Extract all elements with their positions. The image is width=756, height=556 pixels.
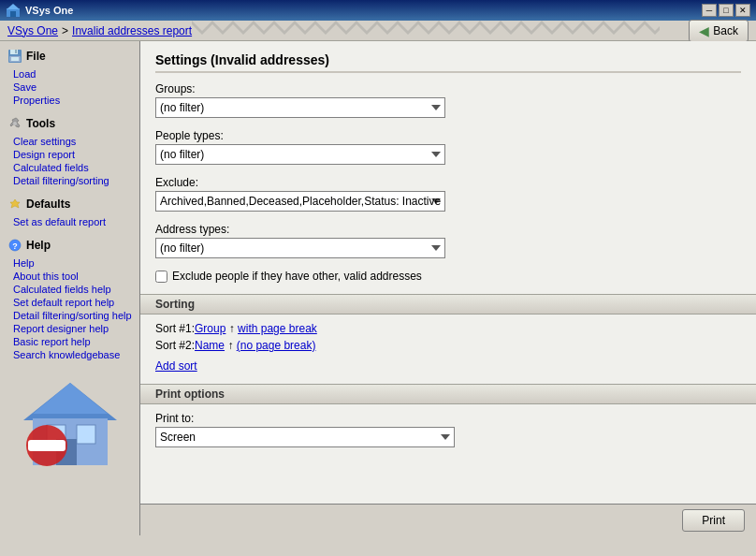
sidebar-link-load[interactable]: Load bbox=[9, 67, 139, 80]
sidebar-link-clear-settings[interactable]: Clear settings bbox=[9, 135, 139, 148]
print-to-label: Print to: bbox=[155, 412, 741, 425]
address-types-section: Address types: (no filter) bbox=[155, 223, 741, 258]
file-section-header: File bbox=[0, 47, 139, 66]
file-section-label: File bbox=[26, 50, 46, 63]
sidebar-link-search-knowledgebase[interactable]: Search knowledgebase bbox=[9, 348, 139, 361]
print-to-select[interactable]: Screen bbox=[155, 427, 455, 447]
sort2-link2[interactable]: (no page break) bbox=[237, 339, 316, 352]
defaults-links: Set as default report bbox=[0, 213, 139, 232]
floppy-icon bbox=[7, 49, 22, 64]
sort1-link1[interactable]: Group bbox=[195, 322, 225, 335]
sidebar-link-save[interactable]: Save bbox=[9, 80, 139, 94]
breadcrumb: VSys One > Invalid addresses report bbox=[7, 24, 192, 37]
breadcrumb-current[interactable]: Invalid addresses report bbox=[72, 24, 192, 37]
title-bar: VSys One ─ □ ✕ bbox=[0, 0, 756, 21]
sort2-link1[interactable]: Name bbox=[195, 339, 225, 352]
defaults-section-header: Defaults bbox=[0, 195, 139, 213]
exclude-section: Exclude: Archived,Banned,Deceased,Placeh… bbox=[155, 176, 741, 212]
back-icon: ◀ bbox=[699, 23, 709, 38]
sidebar-link-report-designer-help[interactable]: Report designer help bbox=[9, 322, 139, 335]
sidebar-link-about[interactable]: About this tool bbox=[9, 270, 139, 283]
sidebar-section-tools: Tools Clear settings Design report Calcu… bbox=[0, 114, 139, 191]
minimize-button[interactable]: ─ bbox=[702, 4, 717, 17]
sidebar-link-set-default-help[interactable]: Set default report help bbox=[9, 296, 139, 309]
print-to-section: Print to: Screen bbox=[155, 412, 741, 447]
groups-section: Groups: (no filter) bbox=[155, 82, 741, 118]
svg-point-10 bbox=[13, 122, 17, 125]
bottom-bar: Print bbox=[140, 504, 756, 535]
tools-links: Clear settings Design report Calculated … bbox=[0, 133, 139, 191]
header-pattern-area bbox=[192, 21, 689, 40]
sidebar-link-calc-fields-help[interactable]: Calculated fields help bbox=[9, 283, 139, 296]
people-types-select[interactable]: (no filter) bbox=[155, 144, 445, 165]
svg-text:?: ? bbox=[12, 241, 18, 251]
address-types-select[interactable]: (no filter) bbox=[155, 238, 445, 258]
main-container: File Load Save Properties Tools Clea bbox=[0, 41, 756, 535]
sidebar-link-set-default[interactable]: Set as default report bbox=[9, 215, 139, 228]
sort2-arrow: ↑ bbox=[227, 339, 233, 352]
sidebar-link-help[interactable]: Help bbox=[9, 256, 139, 270]
close-button[interactable]: ✕ bbox=[735, 4, 750, 17]
sorting-section-header: Sorting bbox=[140, 294, 756, 315]
groups-label: Groups: bbox=[155, 82, 741, 95]
help-section-header: ? Help bbox=[0, 236, 139, 255]
breadcrumb-separator: > bbox=[62, 24, 68, 37]
print-button[interactable]: Print bbox=[682, 509, 745, 532]
page-title: Settings (Invalid addresses) bbox=[155, 52, 741, 73]
sort1-prefix: Sort #1: bbox=[155, 322, 195, 335]
exclude-checkbox-label[interactable]: Exclude people if they have other, valid… bbox=[172, 270, 422, 283]
svg-rect-20 bbox=[28, 440, 65, 451]
sort1-link2[interactable]: with page break bbox=[238, 322, 317, 335]
svg-marker-1 bbox=[7, 4, 20, 9]
help-links: Help About this tool Calculated fields h… bbox=[0, 255, 139, 365]
svg-rect-2 bbox=[10, 11, 16, 17]
tools-section-header: Tools bbox=[0, 114, 139, 133]
sidebar-link-detail-filter-help[interactable]: Detail filtering/sorting help bbox=[9, 309, 139, 322]
title-buttons: ─ □ ✕ bbox=[702, 4, 750, 17]
sidebar: File Load Save Properties Tools Clea bbox=[0, 41, 140, 535]
header-area: VSys One > Invalid addresses report ◀ Ba… bbox=[0, 21, 756, 41]
people-types-section: People types: (no filter) bbox=[155, 129, 741, 165]
sidebar-section-help: ? Help Help About this tool Calculated f… bbox=[0, 236, 139, 365]
tools-icon bbox=[7, 116, 22, 131]
exclude-checkbox-row: Exclude people if they have other, valid… bbox=[155, 270, 741, 283]
exclude-checkbox[interactable] bbox=[155, 271, 167, 283]
decorative-pattern bbox=[192, 21, 660, 40]
back-button[interactable]: ◀ Back bbox=[689, 20, 749, 42]
sidebar-link-basic-report-help[interactable]: Basic report help bbox=[9, 335, 139, 348]
exclude-label: Exclude: bbox=[155, 176, 741, 189]
maximize-button[interactable]: □ bbox=[719, 4, 734, 17]
groups-select[interactable]: (no filter) bbox=[155, 97, 445, 118]
sort1-arrow: ↑ bbox=[229, 322, 235, 335]
tools-section-label: Tools bbox=[26, 117, 55, 130]
help-icon: ? bbox=[7, 238, 22, 253]
content-area: Settings (Invalid addresses) Groups: (no… bbox=[140, 41, 756, 535]
sort2-row: Sort #2:Name ↑ (no page break) bbox=[155, 339, 741, 352]
defaults-section-label: Defaults bbox=[26, 198, 70, 211]
svg-rect-7 bbox=[15, 50, 17, 53]
print-options-header: Print options bbox=[140, 384, 756, 404]
svg-marker-14 bbox=[33, 383, 108, 414]
svg-rect-4 bbox=[192, 21, 660, 40]
app-icon bbox=[6, 3, 21, 18]
svg-rect-9 bbox=[11, 57, 19, 61]
address-types-label: Address types: bbox=[155, 223, 741, 236]
sort2-prefix: Sort #2: bbox=[155, 339, 195, 352]
svg-rect-17 bbox=[77, 425, 95, 444]
sidebar-link-calculated-fields[interactable]: Calculated fields bbox=[9, 161, 139, 174]
back-button-area: ◀ Back bbox=[689, 20, 749, 42]
sidebar-link-design-report[interactable]: Design report bbox=[9, 148, 139, 161]
sidebar-illustration bbox=[0, 369, 139, 481]
sidebar-section-defaults: Defaults Set as default report bbox=[0, 195, 139, 232]
add-sort-link[interactable]: Add sort bbox=[155, 359, 197, 373]
window-title: VSys One bbox=[25, 5, 73, 16]
back-label: Back bbox=[713, 24, 738, 37]
breadcrumb-root[interactable]: VSys One bbox=[7, 24, 58, 37]
sidebar-link-detail-filtering[interactable]: Detail filtering/sorting bbox=[9, 174, 139, 187]
sidebar-link-properties[interactable]: Properties bbox=[9, 94, 139, 107]
help-section-label: Help bbox=[26, 239, 51, 252]
sidebar-section-file: File Load Save Properties bbox=[0, 47, 139, 110]
exclude-select[interactable]: Archived,Banned,Deceased,Placeholder,Sta… bbox=[155, 191, 445, 212]
house-icon bbox=[19, 378, 122, 472]
file-links: Load Save Properties bbox=[0, 66, 139, 110]
